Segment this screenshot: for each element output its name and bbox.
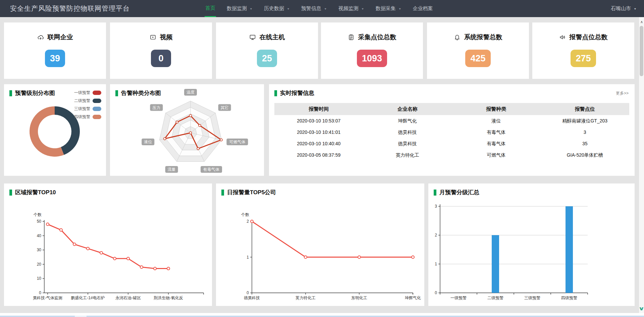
svg-text:鹏盛化工-1#电石炉: 鹏盛化工-1#电石炉 <box>71 296 105 300</box>
nav-item-video-monitor[interactable]: 视频监测▼ <box>338 0 365 17</box>
stat-card-label: 在线主机 <box>260 33 285 42</box>
panel-title: 预警级别分布图 <box>15 89 55 97</box>
panel-title-marker <box>9 90 12 96</box>
stat-card-online-hosts[interactable]: 在线主机 25 <box>216 22 318 79</box>
legend-item-level4[interactable]: 四级预警 <box>74 113 101 121</box>
svg-text:2: 2 <box>247 219 249 224</box>
svg-text:其它: 其它 <box>221 105 229 110</box>
svg-text:3: 3 <box>435 204 437 209</box>
nav-item-enterprise-archive[interactable]: 企业档案 <box>412 0 434 17</box>
scrollbar-thumb[interactable] <box>640 26 643 76</box>
more-link[interactable]: 更多>> <box>616 91 629 96</box>
nav-item-data-monitor[interactable]: 数据监测▼ <box>226 0 253 17</box>
scroll-down-icon[interactable]: ∨ <box>638 306 644 312</box>
nav-item-label: 预警信息 <box>301 5 321 12</box>
table-row: 2020-03-10 10:40:40 德昊科技 有毒气体 35 <box>274 138 629 149</box>
daily-top5-line-chart: 012个数德昊科技英力特化工东明化工坤辉气化 <box>216 183 424 306</box>
nav-item-home[interactable]: 首页 <box>205 0 216 17</box>
stat-card-value: 39 <box>45 50 65 67</box>
region-label: 石嘴山市 <box>611 5 631 12</box>
panel-title: 告警种类分布图 <box>121 89 161 97</box>
cell-alarm-type: 液位 <box>452 115 541 126</box>
panel-title: 月预警分级汇总 <box>439 189 479 196</box>
region-top10-line-chart: 01020304050个数昊科技-气体监测鹏盛化工-1#电石炉永润石油-罐区荆洪… <box>4 183 212 306</box>
legend-label: 四级预警 <box>74 114 90 120</box>
svg-text:1: 1 <box>247 255 249 260</box>
stat-card-value: 25 <box>257 50 277 67</box>
cell-alarm-point: 3 <box>541 126 630 138</box>
chevron-down-icon: ▼ <box>250 7 253 10</box>
svg-text:30: 30 <box>37 248 42 252</box>
chevron-down-icon: ▼ <box>287 7 290 10</box>
svg-text:1: 1 <box>435 262 437 266</box>
scroll-up-icon[interactable]: ∧ <box>639 20 644 24</box>
horizontal-scrollbar[interactable] <box>0 316 644 317</box>
cell-enterprise: 德昊科技 <box>363 138 452 149</box>
stat-card-system-alarms[interactable]: 系统报警总数 425 <box>427 22 529 79</box>
chevron-down-icon: ▼ <box>398 7 401 10</box>
svg-text:昊科技-气体监测: 昊科技-气体监测 <box>33 296 62 300</box>
svg-text:2: 2 <box>435 233 437 237</box>
chevron-down-icon: ▼ <box>634 7 637 10</box>
panel-title: 区域报警TOP10 <box>15 189 56 196</box>
panel-title-marker <box>115 90 118 96</box>
cell-alarm-type: 有毒气体 <box>452 126 541 138</box>
stat-card-label: 联网企业 <box>48 33 73 42</box>
stat-card-collection-points[interactable]: 采集点位总数 1093 <box>321 22 423 79</box>
svg-text:可燃气体: 可燃气体 <box>229 140 245 144</box>
svg-text:20: 20 <box>37 262 42 267</box>
vertical-scrollbar[interactable]: ∧ ∨ <box>639 17 644 316</box>
region-top10-panel: 区域报警TOP10 01020304050个数昊科技-气体监测鹏盛化工-1#电石… <box>4 183 212 306</box>
legend-item-level3[interactable]: 三级预警 <box>74 105 101 113</box>
alarm-type-radar-panel: 告警种类分布图 温度其它可燃气体有毒气体流量液位压力 <box>110 84 264 176</box>
video-icon <box>150 34 156 41</box>
svg-text:温度: 温度 <box>186 90 195 95</box>
stat-card-connected-enterprises[interactable]: 联网企业 39 <box>4 22 106 79</box>
legend-swatch <box>93 91 101 95</box>
legend-item-level1[interactable]: 一级预警 <box>74 89 101 97</box>
cell-alarm-type: 可燃气体 <box>452 149 541 161</box>
nav-item-label: 历史数据 <box>264 5 284 12</box>
nav-item-history-data[interactable]: 历史数据▼ <box>263 0 290 17</box>
daily-top5-panel: 日报警量TOP5公司 012个数德昊科技英力特化工东明化工坤辉气化 <box>216 183 424 306</box>
stat-card-videos[interactable]: 视频 0 <box>110 22 212 79</box>
svg-text:三级预警: 三级预警 <box>524 296 540 300</box>
cell-alarm-time: 2020-03-05 08:37:59 <box>274 149 363 161</box>
legend-swatch <box>93 99 101 103</box>
svg-text:德昊科技: 德昊科技 <box>244 296 260 300</box>
app-title: 安全生产风险预警防控物联网管理平台 <box>10 0 130 17</box>
svg-text:永润石油-罐区: 永润石油-罐区 <box>115 296 141 300</box>
svg-text:个数: 个数 <box>241 212 249 217</box>
warning-level-donut-panel: 预警级别分布图 一级预警 二级预警 三级预警 四级预警 <box>4 84 106 176</box>
table-row: 2020-03-10 10:53:07 坤辉气化 液位 精醇南罐液位GT_203 <box>274 115 629 126</box>
region-selector[interactable]: 石嘴山市 ▼ <box>611 0 637 17</box>
cell-enterprise: 英力特化工 <box>363 149 452 161</box>
nav-item-data-collect[interactable]: 数据采集▼ <box>375 0 402 17</box>
svg-text:50: 50 <box>37 219 42 224</box>
stat-card-alarm-points[interactable]: 报警点位总数 275 <box>532 22 634 79</box>
column-header-time: 报警时间 <box>274 103 363 115</box>
column-header-point: 报警点位 <box>541 103 630 115</box>
panel-title: 实时报警信息 <box>280 89 314 97</box>
realtime-alarm-panel: 实时报警信息 更多>> 报警时间 企业名称 报警种类 报警点位 2020-03-… <box>269 84 635 176</box>
main-menu: 首页 数据监测▼ 历史数据▼ 预警信息▼ 视频监测▼ 数据采集▼ 企业档案 <box>205 0 434 17</box>
cell-enterprise: 坤辉气化 <box>363 115 452 126</box>
nav-item-label: 数据监测 <box>227 5 247 12</box>
stat-card-label: 采集点位总数 <box>358 33 396 42</box>
donut-legend: 一级预警 二级预警 三级预警 四级预警 <box>74 89 101 121</box>
panel-title-marker <box>434 190 436 196</box>
monthly-warning-panel: 月预警分级汇总 0123一级预警二级预警三级预警四级预警 <box>428 183 635 306</box>
cell-alarm-type: 有毒气体 <box>452 138 541 149</box>
nav-item-label: 首页 <box>205 5 215 11</box>
alarm-table: 报警时间 企业名称 报警种类 报警点位 2020-03-10 10:53:07 … <box>274 103 629 161</box>
horizontal-scrollbar-thumb[interactable] <box>75 316 87 317</box>
bottom-strip <box>0 313 644 316</box>
legend-item-level2[interactable]: 二级预警 <box>74 97 101 105</box>
cell-alarm-point: GIA-520单体贮槽 <box>541 149 630 161</box>
nav-item-label: 视频监测 <box>338 5 359 12</box>
monitor-icon <box>249 34 256 41</box>
svg-text:东明化工: 东明化工 <box>351 296 367 300</box>
nav-item-warning-info[interactable]: 预警信息▼ <box>301 0 328 17</box>
stat-card-value: 425 <box>465 50 490 67</box>
legend-label: 三级预警 <box>74 106 90 112</box>
